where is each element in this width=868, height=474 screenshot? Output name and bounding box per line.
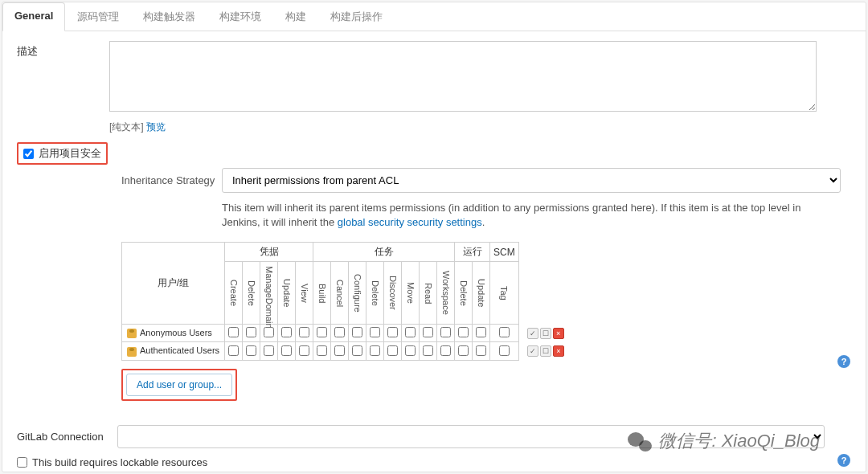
inheritance-strategy-label: Inheritance Strategy xyxy=(121,174,222,186)
user-icon xyxy=(127,347,137,357)
perm-header-delete: Delete xyxy=(366,262,384,325)
user-authenticated-label: Authenticated Users xyxy=(140,345,219,355)
perm-header-update: Update xyxy=(278,262,296,325)
matrix-group-credentials: 凭据 xyxy=(225,243,313,262)
perm-header-move: Move xyxy=(402,262,420,325)
perm-checkbox[interactable] xyxy=(246,345,256,356)
perm-header-discover: Discover xyxy=(384,262,402,325)
enable-project-security-label: 启用项目安全 xyxy=(39,146,101,161)
perm-checkbox[interactable] xyxy=(228,327,239,337)
perm-header-view: View xyxy=(296,262,313,325)
config-tabs: General 源码管理 构建触发器 构建环境 构建 构建后操作 xyxy=(2,2,866,31)
perm-checkbox[interactable] xyxy=(423,345,433,356)
perm-checkbox[interactable] xyxy=(317,345,327,356)
perm-checkbox[interactable] xyxy=(281,327,292,337)
table-row: Authenticated Users xyxy=(122,342,568,360)
lockable-resources-checkbox[interactable] xyxy=(17,457,27,468)
global-security-link[interactable]: global security security settings xyxy=(338,216,482,228)
perm-checkbox[interactable] xyxy=(387,327,398,337)
perm-checkbox[interactable] xyxy=(458,345,469,356)
perm-checkbox[interactable] xyxy=(423,327,433,337)
description-textarea[interactable] xyxy=(109,41,817,112)
perm-header-delete: Delete xyxy=(243,262,260,325)
perm-checkbox[interactable] xyxy=(370,345,380,356)
matrix-group-run: 运行 xyxy=(455,243,490,262)
tab-post[interactable]: 构建后操作 xyxy=(318,2,395,31)
description-label: 描述 xyxy=(17,41,109,114)
add-user-or-group-button[interactable]: Add user or group... xyxy=(126,374,232,396)
perm-checkbox[interactable] xyxy=(370,327,380,337)
perm-header-create: Create xyxy=(225,262,243,325)
matrix-usercol-header: 用户/组 xyxy=(122,243,225,325)
matrix-group-scm: SCM xyxy=(490,243,519,262)
perm-checkbox[interactable] xyxy=(352,327,362,337)
user-icon xyxy=(127,329,137,338)
perm-checkbox[interactable] xyxy=(281,345,292,356)
perm-checkbox[interactable] xyxy=(387,345,398,356)
remove-row-icon[interactable]: × xyxy=(553,345,564,357)
perm-header-configure: Configure xyxy=(349,262,366,325)
perm-checkbox[interactable] xyxy=(499,327,510,337)
tab-triggers[interactable]: 构建触发器 xyxy=(131,2,207,31)
clear-all-icon[interactable]: ☐ xyxy=(540,345,551,357)
perm-checkbox[interactable] xyxy=(476,327,486,337)
clear-all-icon[interactable]: ☐ xyxy=(540,328,551,339)
perm-checkbox[interactable] xyxy=(299,345,309,356)
remove-row-icon[interactable]: × xyxy=(553,328,564,339)
perm-checkbox[interactable] xyxy=(334,327,345,337)
perm-checkbox[interactable] xyxy=(352,345,362,356)
tab-general[interactable]: General xyxy=(2,2,65,31)
wechat-icon xyxy=(628,431,652,452)
select-all-icon[interactable]: ✓ xyxy=(527,328,538,339)
gitlab-connection-label: GitLab Connection xyxy=(17,431,117,443)
perm-header-tag: Tag xyxy=(490,262,519,325)
perm-checkbox[interactable] xyxy=(499,345,510,356)
table-row: Anonymous Users xyxy=(122,325,568,342)
perm-checkbox[interactable] xyxy=(246,327,256,337)
lockable-resources-label: This build requires lockable resources xyxy=(32,456,207,468)
tab-build[interactable]: 构建 xyxy=(273,2,318,31)
perm-checkbox[interactable] xyxy=(264,327,274,337)
enable-security-highlight: 启用项目安全 xyxy=(17,142,108,165)
perm-checkbox[interactable] xyxy=(299,327,309,337)
inheritance-description: This item will inherit its parent items … xyxy=(222,201,833,230)
perm-header-update: Update xyxy=(473,262,490,325)
perm-checkbox[interactable] xyxy=(317,327,327,337)
perm-checkbox[interactable] xyxy=(334,345,345,356)
preview-link[interactable]: 预览 xyxy=(146,121,166,133)
perm-checkbox[interactable] xyxy=(458,327,469,337)
perm-checkbox[interactable] xyxy=(264,345,274,356)
plaintext-label: [纯文本] xyxy=(109,121,144,133)
perm-checkbox[interactable] xyxy=(405,327,416,337)
perm-header-delete: Delete xyxy=(455,262,473,325)
tab-env[interactable]: 构建环境 xyxy=(207,2,273,31)
permission-matrix: 用户/组 凭据 任务 运行 SCM CreateDeleteManageDoma… xyxy=(121,242,568,360)
perm-checkbox[interactable] xyxy=(440,327,451,337)
perm-checkbox[interactable] xyxy=(440,345,451,356)
throttle-builds-label: Throttle builds xyxy=(32,472,98,472)
user-anonymous-label: Anonymous Users xyxy=(140,328,212,337)
perm-header-build: Build xyxy=(313,262,331,325)
perm-header-workspace: Workspace xyxy=(437,262,455,325)
perm-checkbox[interactable] xyxy=(228,345,239,356)
help-icon[interactable]: ? xyxy=(837,355,850,368)
tab-scm[interactable]: 源码管理 xyxy=(65,2,131,31)
inheritance-strategy-select[interactable]: Inherit permissions from parent ACL xyxy=(222,168,841,193)
matrix-group-job: 任务 xyxy=(313,243,455,262)
enable-project-security-checkbox[interactable] xyxy=(23,149,34,159)
perm-header-read: Read xyxy=(420,262,437,325)
select-all-icon[interactable]: ✓ xyxy=(527,345,538,357)
perm-checkbox[interactable] xyxy=(405,345,416,356)
watermark: 微信号: XiaoQi_Blog xyxy=(628,429,820,453)
help-icon[interactable]: ? xyxy=(837,454,850,467)
perm-header-cancel: Cancel xyxy=(331,262,349,325)
perm-header-managedomains: ManageDomains xyxy=(260,262,278,325)
perm-checkbox[interactable] xyxy=(476,345,486,356)
add-button-highlight: Add user or group... xyxy=(121,369,237,401)
